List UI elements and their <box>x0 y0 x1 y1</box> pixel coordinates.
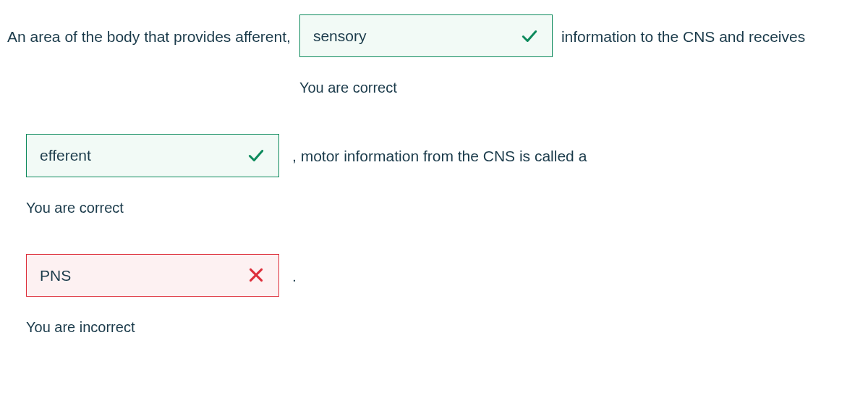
answer-box-pns[interactable]: PNS <box>26 254 279 297</box>
answer-value: efferent <box>40 145 91 166</box>
feedback-text: You are incorrect <box>26 317 279 337</box>
answer-value: sensory <box>313 25 367 46</box>
question-row-1: An area of the body that provides affere… <box>7 14 861 98</box>
question-row-2: efferent You are correct , motor informa… <box>7 134 861 217</box>
fill-in-blank-question: An area of the body that provides affere… <box>7 14 861 337</box>
check-icon <box>520 27 539 46</box>
feedback-text: You are correct <box>26 198 279 218</box>
check-icon <box>247 146 265 165</box>
question-text-segment: information to the CNS and receives <box>561 14 805 59</box>
question-text-segment: . <box>288 254 297 298</box>
answer-box-sensory[interactable]: sensory <box>299 14 553 57</box>
answer-value: PNS <box>40 265 71 286</box>
answer-wrapper-2: efferent You are correct <box>26 134 279 217</box>
answer-box-efferent[interactable]: efferent <box>26 134 279 177</box>
answer-wrapper-1: sensory You are correct <box>299 14 553 98</box>
question-row-3: PNS You are incorrect . <box>7 254 861 337</box>
x-icon <box>247 266 265 284</box>
question-text-segment: , motor information from the CNS is call… <box>288 134 587 178</box>
feedback-text: You are correct <box>299 77 553 98</box>
answer-wrapper-3: PNS You are incorrect <box>26 254 279 337</box>
question-text-segment: An area of the body that provides affere… <box>7 14 291 59</box>
